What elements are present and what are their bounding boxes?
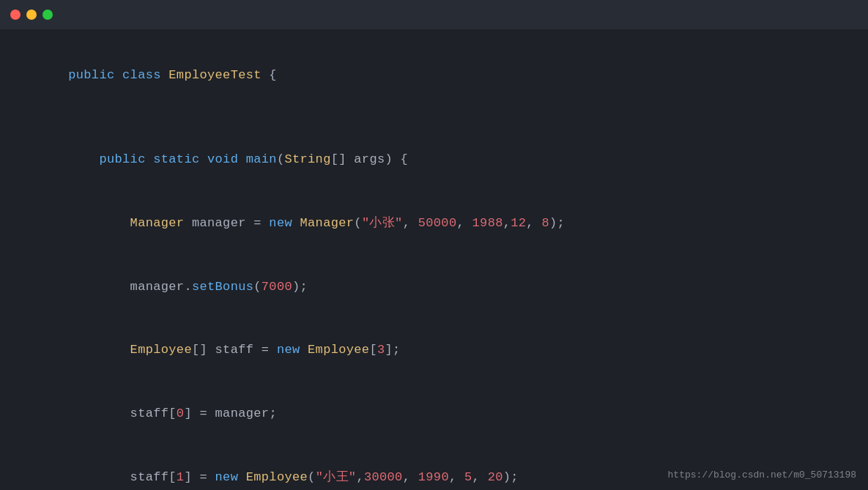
code-line-6: Employee[] staff = new Employee[3]; (22, 319, 846, 383)
window: public class EmployeeTest { public stati… (0, 0, 868, 490)
code-line-5: manager.setBonus(7000); (22, 256, 846, 319)
minimize-button[interactable] (26, 10, 37, 20)
close-button[interactable] (10, 10, 21, 20)
code-line-3: public static void main(String[] args) { (22, 129, 846, 193)
code-line-4: Manager manager = new Manager("小张", 5000… (22, 192, 846, 256)
code-line-blank-1 (22, 108, 846, 129)
traffic-lights (10, 10, 53, 20)
maximize-button[interactable] (42, 10, 53, 20)
code-line-1: public class EmployeeTest { (22, 44, 846, 108)
title-bar (0, 0, 868, 29)
code-line-7: staff[0] = manager; (22, 382, 846, 446)
watermark: https://blog.csdn.net/m0_50713198 (668, 468, 856, 481)
code-area: public class EmployeeTest { public stati… (0, 29, 868, 490)
